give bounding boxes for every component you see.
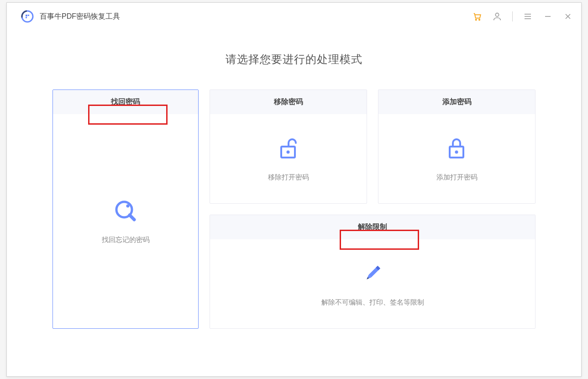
card-title: 找回密码 (111, 97, 140, 107)
svg-point-6 (479, 19, 480, 20)
card-header: 移除密码 (210, 90, 367, 114)
app-window: 百事牛PDF密码恢复工具 (6, 2, 582, 377)
svg-point-5 (476, 19, 477, 20)
svg-point-19 (455, 151, 458, 154)
cards-grid: 找回密码 找回忘记的密码 移除密码 (52, 89, 536, 329)
card-title: 解除限制 (358, 222, 387, 232)
card-recover-password[interactable]: 找回密码 找回忘记的密码 (52, 89, 199, 329)
card-remove-password[interactable]: 移除密码 移除打开密码 (210, 89, 367, 204)
card-body: 找回忘记的密码 (53, 114, 198, 328)
card-title: 移除密码 (274, 97, 303, 107)
card-header: 找回密码 (53, 90, 198, 114)
titlebar-right (472, 11, 573, 21)
titlebar: 百事牛PDF密码恢复工具 (7, 3, 581, 30)
user-icon[interactable] (492, 11, 502, 21)
unlock-icon (276, 136, 301, 161)
page-title: 请选择您要进行的处理模式 (52, 52, 536, 67)
close-icon[interactable] (563, 11, 573, 21)
card-desc: 找回忘记的密码 (102, 236, 150, 244)
app-logo-icon (21, 10, 34, 23)
svg-rect-2 (26, 15, 27, 16)
card-body: 移除打开密码 (210, 114, 367, 203)
svg-point-7 (495, 13, 499, 16)
magnifier-icon (113, 198, 138, 224)
card-desc: 添加打开密码 (436, 173, 478, 182)
svg-point-17 (286, 151, 289, 154)
main-area: 请选择您要进行的处理模式 找回密码 找回忘记的密码 (7, 30, 581, 347)
card-desc: 解除不可编辑、打印、签名等限制 (321, 298, 424, 307)
card-add-password[interactable]: 添加密码 添加打开密码 (378, 89, 536, 204)
svg-point-15 (126, 205, 130, 208)
titlebar-divider (512, 11, 513, 21)
card-title: 添加密码 (442, 97, 472, 107)
card-remove-restriction[interactable]: 解除限制 解除不可编辑、打印、签名等限制 (210, 215, 536, 329)
card-desc: 移除打开密码 (268, 173, 309, 182)
titlebar-left: 百事牛PDF密码恢复工具 (21, 10, 120, 23)
minimize-icon[interactable] (543, 11, 553, 21)
svg-rect-4 (26, 17, 27, 18)
card-header: 解除限制 (210, 215, 535, 239)
pencil-icon (360, 261, 385, 286)
menu-icon[interactable] (523, 11, 533, 21)
cart-icon[interactable] (472, 11, 482, 21)
lock-icon (444, 136, 470, 161)
card-body: 解除不可编辑、打印、签名等限制 (210, 239, 535, 328)
svg-rect-3 (28, 15, 29, 16)
card-body: 添加打开密码 (378, 114, 535, 203)
app-title: 百事牛PDF密码恢复工具 (40, 12, 120, 21)
card-header: 添加密码 (378, 90, 535, 114)
